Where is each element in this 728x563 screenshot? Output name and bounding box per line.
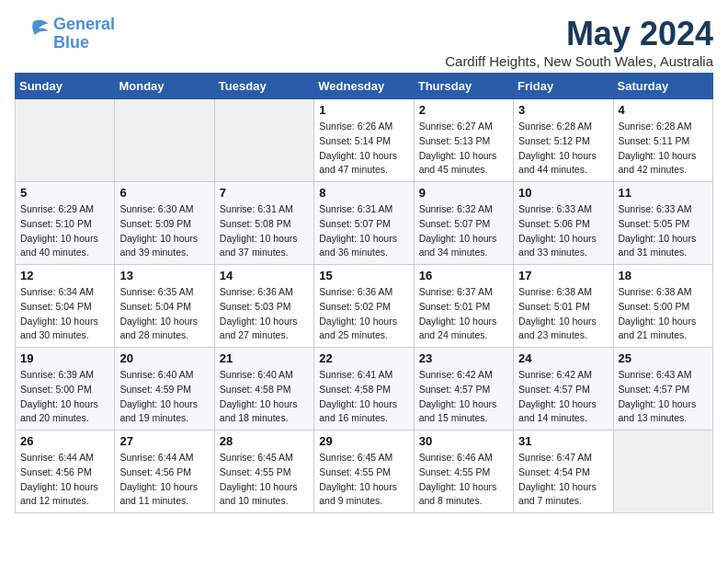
day-number: 25	[619, 351, 708, 365]
day-number: 23	[419, 351, 508, 365]
calendar-cell	[214, 99, 313, 182]
day-number: 20	[119, 351, 209, 365]
day-number: 22	[319, 351, 408, 365]
day-number: 4	[619, 103, 708, 117]
calendar-cell: 31Sunrise: 6:47 AMSunset: 4:54 PMDayligh…	[514, 431, 613, 513]
day-info: Sunrise: 6:36 AMSunset: 5:02 PMDaylight:…	[319, 285, 408, 343]
calendar-cell: 27Sunrise: 6:44 AMSunset: 4:56 PMDayligh…	[115, 431, 214, 513]
day-number: 1	[319, 103, 408, 117]
day-info: Sunrise: 6:44 AMSunset: 4:56 PMDaylight:…	[119, 451, 209, 509]
calendar-cell: 21Sunrise: 6:40 AMSunset: 4:58 PMDayligh…	[214, 348, 313, 431]
calendar-cell: 20Sunrise: 6:40 AMSunset: 4:59 PMDayligh…	[115, 348, 214, 431]
calendar-cell: 15Sunrise: 6:36 AMSunset: 5:02 PMDayligh…	[314, 265, 414, 348]
day-number: 30	[419, 434, 508, 448]
calendar-cell: 22Sunrise: 6:41 AMSunset: 4:58 PMDayligh…	[314, 348, 414, 431]
calendar-cell	[613, 431, 712, 513]
calendar-cell	[16, 99, 115, 182]
day-number: 11	[619, 186, 708, 200]
day-number: 10	[518, 186, 608, 200]
calendar-cell: 24Sunrise: 6:42 AMSunset: 4:57 PMDayligh…	[514, 348, 613, 431]
logo-line2: Blue	[53, 34, 115, 52]
calendar-table: SundayMondayTuesdayWednesdayThursdayFrid…	[15, 73, 713, 513]
day-info: Sunrise: 6:42 AMSunset: 4:57 PMDaylight:…	[518, 368, 608, 426]
day-info: Sunrise: 6:40 AMSunset: 4:59 PMDaylight:…	[119, 368, 209, 426]
page-header: General Blue May 2024 Cardiff Heights, N…	[15, 15, 713, 69]
day-number: 27	[119, 434, 209, 448]
calendar-cell: 1Sunrise: 6:26 AMSunset: 5:14 PMDaylight…	[314, 99, 414, 182]
day-info: Sunrise: 6:29 AMSunset: 5:10 PMDaylight:…	[20, 202, 109, 260]
day-number: 2	[419, 103, 508, 117]
day-info: Sunrise: 6:47 AMSunset: 4:54 PMDaylight:…	[518, 451, 608, 509]
day-info: Sunrise: 6:30 AMSunset: 5:09 PMDaylight:…	[119, 202, 209, 260]
calendar-cell: 10Sunrise: 6:33 AMSunset: 5:06 PMDayligh…	[514, 182, 613, 265]
title-block: May 2024 Cardiff Heights, New South Wale…	[445, 15, 713, 69]
calendar-cell: 16Sunrise: 6:37 AMSunset: 5:01 PMDayligh…	[414, 265, 513, 348]
day-info: Sunrise: 6:45 AMSunset: 4:55 PMDaylight:…	[319, 451, 408, 509]
day-info: Sunrise: 6:26 AMSunset: 5:14 PMDaylight:…	[319, 120, 408, 178]
day-number: 21	[220, 351, 309, 365]
calendar-cell: 11Sunrise: 6:33 AMSunset: 5:05 PMDayligh…	[613, 182, 712, 265]
calendar-title: May 2024	[445, 15, 713, 53]
day-info: Sunrise: 6:42 AMSunset: 4:57 PMDaylight:…	[419, 368, 508, 426]
day-info: Sunrise: 6:28 AMSunset: 5:12 PMDaylight:…	[518, 120, 608, 178]
calendar-cell: 30Sunrise: 6:46 AMSunset: 4:55 PMDayligh…	[414, 431, 513, 513]
calendar-cell: 9Sunrise: 6:32 AMSunset: 5:07 PMDaylight…	[414, 182, 513, 265]
logo-text: General Blue	[53, 16, 115, 52]
calendar-cell: 14Sunrise: 6:36 AMSunset: 5:03 PMDayligh…	[214, 265, 313, 348]
calendar-cell: 4Sunrise: 6:28 AMSunset: 5:11 PMDaylight…	[613, 99, 712, 182]
logo: General Blue	[15, 15, 115, 53]
calendar-cell: 5Sunrise: 6:29 AMSunset: 5:10 PMDaylight…	[16, 182, 115, 265]
calendar-cell: 13Sunrise: 6:35 AMSunset: 5:04 PMDayligh…	[115, 265, 214, 348]
calendar-cell: 23Sunrise: 6:42 AMSunset: 4:57 PMDayligh…	[414, 348, 513, 431]
calendar-cell	[115, 99, 214, 182]
day-number: 5	[20, 186, 109, 200]
day-number: 7	[220, 186, 309, 200]
day-info: Sunrise: 6:44 AMSunset: 4:56 PMDaylight:…	[20, 451, 109, 509]
day-number: 8	[319, 186, 408, 200]
logo-line1: General	[53, 15, 115, 33]
day-number: 19	[20, 351, 109, 365]
day-number: 29	[319, 434, 408, 448]
calendar-cell: 26Sunrise: 6:44 AMSunset: 4:56 PMDayligh…	[16, 431, 115, 513]
day-info: Sunrise: 6:39 AMSunset: 5:00 PMDaylight:…	[20, 368, 109, 426]
calendar-cell: 18Sunrise: 6:38 AMSunset: 5:00 PMDayligh…	[613, 265, 712, 348]
calendar-cell: 28Sunrise: 6:45 AMSunset: 4:55 PMDayligh…	[214, 431, 313, 513]
calendar-cell: 19Sunrise: 6:39 AMSunset: 5:00 PMDayligh…	[16, 348, 115, 431]
day-number: 3	[518, 103, 608, 117]
day-number: 26	[20, 434, 109, 448]
day-number: 24	[518, 351, 608, 365]
logo-icon	[15, 15, 50, 50]
weekday-header: Friday	[514, 74, 613, 99]
weekday-header: Thursday	[414, 74, 513, 99]
day-number: 14	[220, 269, 309, 282]
day-info: Sunrise: 6:27 AMSunset: 5:13 PMDaylight:…	[419, 120, 508, 178]
day-number: 28	[220, 434, 309, 448]
day-info: Sunrise: 6:31 AMSunset: 5:07 PMDaylight:…	[319, 202, 408, 260]
weekday-header: Tuesday	[214, 74, 313, 99]
calendar-cell: 25Sunrise: 6:43 AMSunset: 4:57 PMDayligh…	[613, 348, 712, 431]
calendar-cell: 29Sunrise: 6:45 AMSunset: 4:55 PMDayligh…	[314, 431, 414, 513]
calendar-cell: 8Sunrise: 6:31 AMSunset: 5:07 PMDaylight…	[314, 182, 414, 265]
calendar-cell: 3Sunrise: 6:28 AMSunset: 5:12 PMDaylight…	[514, 99, 613, 182]
day-info: Sunrise: 6:33 AMSunset: 5:05 PMDaylight:…	[619, 202, 708, 260]
weekday-header: Sunday	[16, 74, 115, 99]
weekday-header: Wednesday	[314, 74, 414, 99]
day-info: Sunrise: 6:38 AMSunset: 5:00 PMDaylight:…	[619, 285, 708, 343]
weekday-header: Saturday	[613, 74, 712, 99]
calendar-cell: 6Sunrise: 6:30 AMSunset: 5:09 PMDaylight…	[115, 182, 214, 265]
day-info: Sunrise: 6:28 AMSunset: 5:11 PMDaylight:…	[619, 120, 708, 178]
day-number: 18	[619, 269, 708, 282]
weekday-header: Monday	[115, 74, 214, 99]
day-info: Sunrise: 6:46 AMSunset: 4:55 PMDaylight:…	[419, 451, 508, 509]
day-info: Sunrise: 6:33 AMSunset: 5:06 PMDaylight:…	[518, 202, 608, 260]
day-info: Sunrise: 6:38 AMSunset: 5:01 PMDaylight:…	[518, 285, 608, 343]
day-number: 13	[119, 269, 209, 282]
day-number: 12	[20, 269, 109, 282]
day-info: Sunrise: 6:41 AMSunset: 4:58 PMDaylight:…	[319, 368, 408, 426]
day-info: Sunrise: 6:40 AMSunset: 4:58 PMDaylight:…	[220, 368, 309, 426]
svg-rect-0	[15, 15, 50, 50]
day-number: 15	[319, 269, 408, 282]
day-number: 17	[518, 269, 608, 282]
day-info: Sunrise: 6:37 AMSunset: 5:01 PMDaylight:…	[419, 285, 508, 343]
calendar-cell: 12Sunrise: 6:34 AMSunset: 5:04 PMDayligh…	[16, 265, 115, 348]
